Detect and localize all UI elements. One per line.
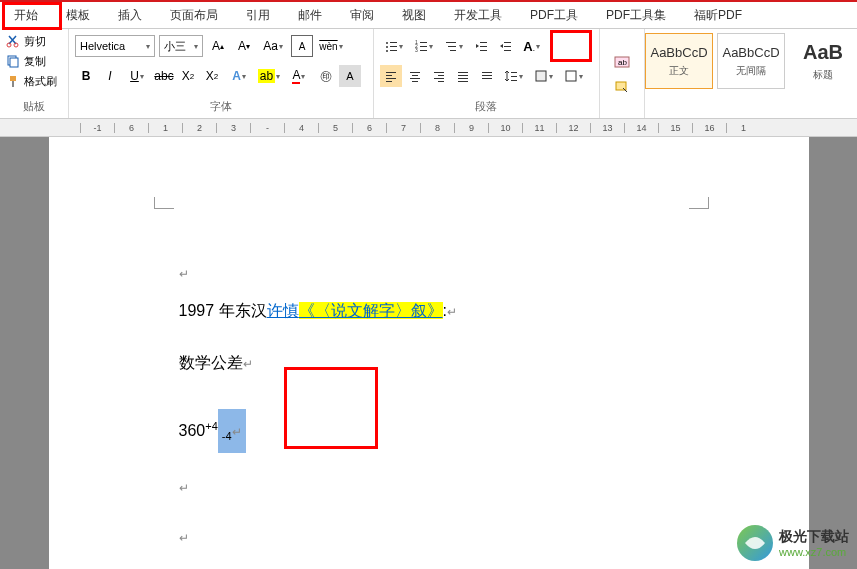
document-content[interactable]: ↵ 1997 年东汉许慎《〈说文解字〉叙》:↵ 数学公差↵ 360+4-4↵ ↵… [179, 257, 759, 569]
bullet-list-button[interactable]: ▾ [380, 35, 408, 57]
circled-char-button[interactable]: ㊞ [315, 65, 337, 87]
font-size-select[interactable]: 小三▾ [159, 35, 203, 57]
cut-label: 剪切 [24, 34, 46, 49]
svg-rect-21 [480, 42, 487, 43]
style-normal[interactable]: AaBbCcD 正文 [645, 33, 713, 89]
svg-rect-28 [386, 75, 392, 76]
document-area: -16123-456789101112131415161 ↵ 1997 年东汉许… [0, 119, 857, 569]
tab-pdf1[interactable]: PDF工具 [516, 2, 592, 29]
text-line[interactable]: 数学公差↵ [179, 347, 759, 379]
format-painter-button[interactable]: 格式刷 [6, 71, 62, 91]
style-label: 无间隔 [736, 64, 766, 78]
watermark: 极光下载站 www.xz7.com [737, 525, 849, 561]
svg-rect-23 [480, 50, 487, 51]
svg-rect-49 [536, 71, 546, 81]
paragraph-mark-icon: ↵ [447, 305, 457, 319]
tab-template[interactable]: 模板 [52, 2, 104, 29]
tab-reference[interactable]: 引用 [232, 2, 284, 29]
tab-view[interactable]: 视图 [388, 2, 440, 29]
style-heading[interactable]: AaB 标题 [789, 33, 857, 89]
svg-rect-40 [458, 75, 468, 76]
svg-rect-27 [386, 72, 396, 73]
paragraph-mark-icon: ↵ [243, 357, 253, 371]
svg-rect-3 [10, 58, 18, 67]
cut-button[interactable]: 剪切 [6, 31, 62, 51]
svg-rect-36 [438, 75, 444, 76]
tab-insert[interactable]: 插入 [104, 2, 156, 29]
highlighted-link[interactable]: 《〈说文解字〉叙》 [299, 302, 443, 319]
underline-button[interactable]: U▾ [123, 65, 151, 87]
svg-rect-24 [504, 42, 511, 43]
formula-line[interactable]: 360+4-4↵ [179, 409, 759, 453]
formula-subscript: -4 [222, 430, 232, 442]
strikethrough-button[interactable]: abc [153, 65, 175, 87]
shrink-font-button[interactable]: A▾ [233, 35, 255, 57]
phonetic-button[interactable]: wèn▾ [317, 35, 345, 57]
text-effects-button[interactable]: A▾ [225, 65, 253, 87]
indent-dec-button[interactable] [470, 35, 492, 57]
formula-superscript: +4 [205, 420, 218, 432]
shading-button[interactable]: ▾ [530, 65, 558, 87]
number-list-button[interactable]: 123▾ [410, 35, 438, 57]
svg-rect-43 [482, 72, 492, 73]
superscript-button[interactable]: X2 [201, 65, 223, 87]
tab-pdf2[interactable]: PDF工具集 [592, 2, 680, 29]
formula-base: 360 [179, 422, 206, 439]
svg-rect-22 [480, 46, 487, 47]
align-justify-button[interactable] [452, 65, 474, 87]
bold-button[interactable]: B [75, 65, 97, 87]
font-family-select[interactable]: Helvetica▾ [75, 35, 155, 57]
multilevel-list-button[interactable]: ▾ [440, 35, 468, 57]
align-left-button[interactable] [380, 65, 402, 87]
char-shading-button[interactable]: A [339, 65, 361, 87]
clipboard-title: 贴板 [6, 99, 62, 116]
svg-rect-33 [410, 78, 420, 79]
horizontal-ruler[interactable]: -16123-456789101112131415161 [0, 119, 857, 137]
document-page[interactable]: ↵ 1997 年东汉许慎《〈说文解字〉叙》:↵ 数学公差↵ 360+4-4↵ ↵… [49, 137, 809, 569]
tab-review[interactable]: 审阅 [336, 2, 388, 29]
svg-rect-15 [420, 46, 427, 47]
svg-rect-30 [386, 81, 392, 82]
copy-button[interactable]: 复制 [6, 51, 62, 71]
grow-font-button[interactable]: A▴ [207, 35, 229, 57]
italic-button[interactable]: I [99, 65, 121, 87]
svg-rect-20 [450, 50, 456, 51]
tab-layout[interactable]: 页面布局 [156, 2, 232, 29]
change-case-button[interactable]: Aa▾ [259, 35, 287, 57]
hyperlink[interactable]: 许慎 [267, 302, 299, 319]
style-nospacing[interactable]: AaBbCcD 无间隔 [717, 33, 785, 89]
tab-foxit[interactable]: 福昕PDF [680, 2, 756, 29]
styles-group: AaBbCcD 正文 AaBbCcD 无间隔 AaB 标题 [645, 29, 857, 118]
font-title: 字体 [75, 99, 367, 116]
svg-rect-44 [482, 75, 492, 76]
svg-rect-50 [566, 71, 576, 81]
line-spacing-button[interactable]: ▾ [500, 65, 528, 87]
watermark-url: www.xz7.com [779, 546, 849, 558]
text: 数学公差 [179, 354, 243, 371]
tab-start[interactable]: 开始 [0, 2, 52, 29]
align-right-button[interactable] [428, 65, 450, 87]
find-replace-button[interactable]: ab [606, 51, 638, 73]
border-button[interactable]: ▾ [560, 65, 588, 87]
clipboard-group: 剪切 复制 格式刷 贴板 [0, 29, 69, 118]
tab-mail[interactable]: 邮件 [284, 2, 336, 29]
emphasis-button[interactable]: A·▾ [518, 35, 546, 57]
style-preview: AaBbCcD [722, 45, 779, 60]
align-center-button[interactable] [404, 65, 426, 87]
svg-rect-17 [420, 50, 427, 51]
svg-rect-34 [412, 81, 418, 82]
select-button[interactable] [606, 75, 638, 97]
tab-bar: 开始 模板 插入 页面布局 引用 邮件 审阅 视图 开发工具 PDF工具 PDF… [0, 2, 857, 29]
tab-dev[interactable]: 开发工具 [440, 2, 516, 29]
char-border-button[interactable]: A [291, 35, 313, 57]
svg-rect-35 [434, 72, 444, 73]
svg-rect-26 [504, 50, 511, 51]
text-line[interactable]: 1997 年东汉许慎《〈说文解字〉叙》:↵ [179, 295, 759, 327]
font-color-button[interactable]: A▾ [285, 65, 313, 87]
indent-inc-button[interactable] [494, 35, 516, 57]
align-distribute-button[interactable] [476, 65, 498, 87]
selection-highlight: -4↵ [218, 409, 246, 453]
highlight-button[interactable]: ab▾ [255, 65, 283, 87]
subscript-button[interactable]: X2 [177, 65, 199, 87]
style-label: 正文 [669, 64, 689, 78]
